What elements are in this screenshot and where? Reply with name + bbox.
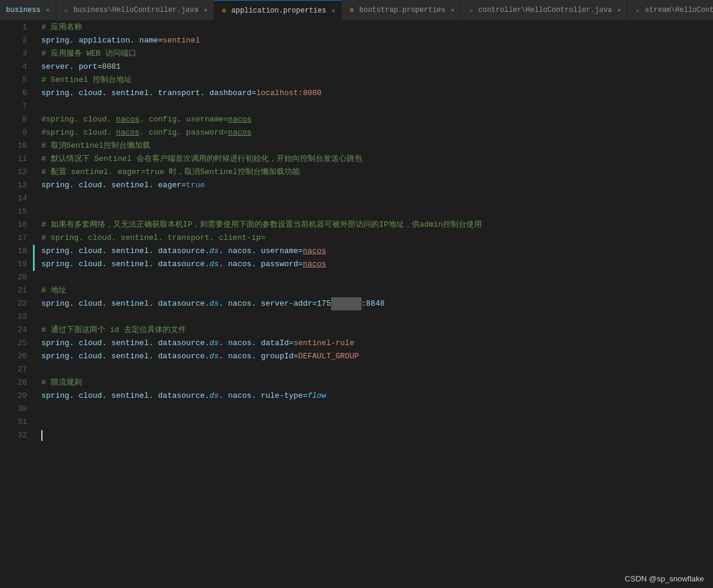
code-line-18: spring. cloud. sentinel. datasource. ds.…	[41, 245, 713, 258]
equals-6: =	[251, 87, 256, 100]
code-line-3: # 应用服务 WEB 访问端口	[41, 47, 713, 60]
value-6: localhost:8080	[256, 87, 321, 100]
tab-bootstrap-properties[interactable]: ⚙ bootstrap.properties ✕	[342, 0, 461, 21]
cursor	[41, 430, 43, 441]
tab-hellocontroller-java-label: business\HelloController.java	[74, 6, 199, 14]
comment-28: # 限流规则	[41, 376, 82, 389]
key-25c: . nacos. dataId=	[219, 337, 293, 350]
code-line-25: spring. cloud. sentinel. datasource. ds.…	[41, 337, 713, 350]
tab-bootstrap-properties-label: bootstrap.properties	[359, 6, 445, 14]
code-line-14	[41, 192, 713, 205]
value-29: flow	[308, 389, 326, 403]
comment-12: # 配置 sentinel. eager=true 时，取消Sentinel控制…	[41, 166, 300, 179]
tab-stream-hellocontroller[interactable]: ☕ stream\HelloController.java ✕	[627, 0, 713, 21]
code-line-20	[41, 271, 713, 284]
code-line-11: # 默认情况下 Sentinel 会在客户端首次调用的时候进行初始化，开始向控制…	[41, 153, 713, 166]
tab-application-properties-label: application.properties	[232, 7, 326, 15]
code-line-2: spring. application. name=sentinel	[41, 34, 713, 47]
key-26c: . nacos. groupId=	[219, 350, 298, 363]
code-line-12: # 配置 sentinel. eager=true 时，取消Sentinel控制…	[41, 166, 713, 179]
equals-2: =	[158, 34, 163, 47]
java-icon-3: ☕	[633, 6, 642, 14]
code-line-7	[41, 100, 713, 113]
comment-9: #spring. cloud. nacos. config. password=…	[41, 126, 251, 139]
key-18b: ds	[210, 245, 219, 258]
key-26a: spring. cloud. sentinel. datasource.	[41, 350, 210, 363]
code-line-21: # 地址	[41, 284, 713, 297]
key-22d: 175	[317, 297, 330, 310]
tab-hellocontroller-java[interactable]: ☕ business\HelloController.java ✕	[56, 0, 214, 21]
java-icon-2: ☕	[467, 6, 475, 14]
properties-icon-1: ⚙	[220, 7, 229, 15]
code-line-5: # Sentinel 控制台地址	[41, 74, 713, 87]
key-18c: . nacos. username=	[219, 245, 302, 258]
key-6: spring. cloud. sentinel. transport. dash…	[41, 87, 251, 100]
value-26: DEFAULT_GROUP	[298, 350, 359, 363]
code-line-16: # 如果有多套网络，又无法正确获取本机IP，则需要使用下面的参数设置当前机器可被…	[41, 218, 713, 231]
code-line-26: spring. cloud. sentinel. datasource. ds.…	[41, 350, 713, 363]
value-18: nacos	[303, 245, 326, 258]
tab-bootstrap-properties-close[interactable]: ✕	[451, 7, 454, 14]
key-19c: . nacos. password=	[219, 258, 302, 271]
blurred-ip: ██████	[331, 297, 362, 310]
code-line-29: spring. cloud. sentinel. datasource. ds.…	[41, 389, 713, 403]
comment-5: # Sentinel 控制台地址	[41, 74, 132, 87]
key-29c: . nacos. rule-type=	[219, 389, 307, 403]
code-line-15	[41, 205, 713, 218]
tab-stream-hellocontroller-label: stream\HelloController.java	[645, 6, 713, 14]
code-line-8: #spring. cloud. nacos. config. username=…	[41, 113, 713, 126]
tab-bar: business ✕ ☕ business\HelloController.ja…	[0, 0, 713, 21]
key-22c: . nacos. server-addr=	[219, 297, 317, 310]
value-13: true	[186, 179, 205, 192]
key-13: spring. cloud. sentinel. eager	[41, 179, 181, 192]
code-line-6: spring. cloud. sentinel. transport. dash…	[41, 87, 713, 100]
code-line-24: # 通过下面这两个 id 去定位具体的文件	[41, 324, 713, 337]
tab-controller-hellocontroller[interactable]: ☕ controller\HelloController.java ✕	[461, 0, 627, 21]
key-19a: spring. cloud. sentinel. datasource.	[41, 258, 210, 271]
tab-controller-hellocontroller-label: controller\HelloController.java	[478, 6, 612, 14]
comment-1: # 应用名称	[41, 21, 82, 34]
key-25a: spring. cloud. sentinel. datasource.	[41, 337, 210, 350]
java-icon-1: ☕	[62, 6, 71, 14]
tab-hellocontroller-java-close[interactable]: ✕	[204, 7, 207, 14]
key-22e: :8848	[362, 297, 385, 310]
line-numbers: 1 2 3 4 5 6 7 8 9 10 11 12 13 14 15 16 1…	[0, 21, 33, 588]
properties-icon-2: ⚙	[348, 6, 356, 14]
value-19: nacos	[303, 258, 326, 271]
editor-area: 1 2 3 4 5 6 7 8 9 10 11 12 13 14 15 16 1…	[0, 21, 713, 588]
tab-business-close[interactable]: ✕	[46, 7, 50, 14]
key-26b: ds	[210, 350, 219, 363]
key-2: spring. application. name	[41, 34, 158, 47]
code-line-27	[41, 363, 713, 376]
code-line-22: spring. cloud. sentinel. datasource. ds.…	[41, 297, 713, 310]
key-25b: ds	[210, 337, 219, 350]
comment-17: # spring. cloud. sentinel. transport. cl…	[41, 231, 265, 245]
code-line-1: # 应用名称	[41, 21, 713, 34]
value-25: sentinel-rule	[293, 337, 354, 350]
code-line-32	[41, 429, 713, 442]
comment-11: # 默认情况下 Sentinel 会在客户端首次调用的时候进行初始化，开始向控制…	[41, 153, 362, 166]
tab-business-label: business	[6, 6, 41, 14]
watermark: CSDN @sp_snowflake	[625, 574, 704, 583]
code-line-28: # 限流规则	[41, 376, 713, 389]
equals-13: =	[181, 179, 186, 192]
code-line-23	[41, 310, 713, 324]
key-22a: spring. cloud. sentinel. datasource.	[41, 297, 210, 310]
tab-application-properties-close[interactable]: ✕	[332, 7, 335, 14]
comment-8: #spring. cloud. nacos. config. username=…	[41, 113, 251, 126]
code-line-9: #spring. cloud. nacos. config. password=…	[41, 126, 713, 139]
equals-4: =	[98, 60, 102, 74]
comment-10: # 取消Sentinel控制台懒加载	[41, 139, 150, 153]
key-29b: ds	[210, 389, 219, 403]
code-line-13: spring. cloud. sentinel. eager=true	[41, 179, 713, 192]
key-18a: spring. cloud. sentinel. datasource.	[41, 245, 210, 258]
tab-business[interactable]: business ✕	[0, 0, 56, 21]
tab-application-properties[interactable]: ⚙ application.properties ✕	[214, 0, 342, 21]
code-line-19: spring. cloud. sentinel. datasource. ds.…	[41, 258, 713, 271]
code-area[interactable]: # 应用名称 spring. application. name=sentine…	[35, 21, 713, 588]
value-4: 8081	[102, 60, 120, 74]
comment-16: # 如果有多套网络，又无法正确获取本机IP，则需要使用下面的参数设置当前机器可被…	[41, 218, 482, 231]
tab-controller-hellocontroller-close[interactable]: ✕	[617, 7, 621, 14]
code-line-30	[41, 403, 713, 416]
code-line-17: # spring. cloud. sentinel. transport. cl…	[41, 231, 713, 245]
